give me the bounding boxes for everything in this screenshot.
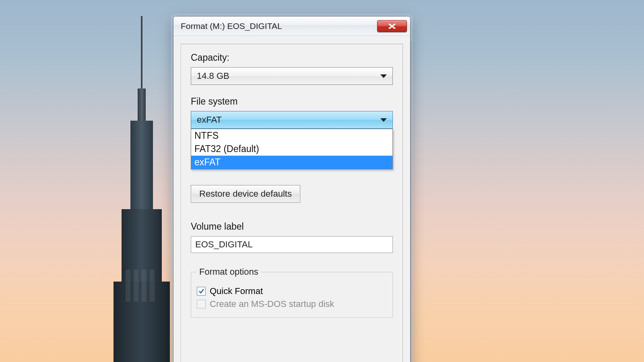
- format-dialog: Format (M:) EOS_DIGITAL Capacity: 14.8 G…: [173, 16, 411, 362]
- capacity-label: Capacity:: [191, 52, 393, 63]
- quick-format-label: Quick Format: [210, 286, 263, 296]
- restore-defaults-button[interactable]: Restore device defaults: [191, 185, 300, 203]
- chevron-down-icon: [380, 118, 387, 122]
- quick-format-checkbox[interactable]: [197, 287, 206, 296]
- filesystem-dropdown[interactable]: exFAT NTFS FAT32 (Default) exFAT: [191, 111, 393, 129]
- filesystem-label: File system: [191, 96, 393, 107]
- format-options-group: Format options Quick Format Create an MS…: [191, 267, 393, 318]
- dialog-body: Capacity: 14.8 GB File system exFAT NTFS…: [173, 36, 410, 362]
- wallpaper-building: [109, 101, 174, 362]
- desktop-wallpaper: Format (M:) EOS_DIGITAL Capacity: 14.8 G…: [0, 0, 644, 362]
- volume-label-label: Volume label: [191, 221, 393, 232]
- chevron-down-icon: [380, 74, 387, 78]
- filesystem-option-ntfs[interactable]: NTFS: [191, 129, 392, 142]
- dialog-title: Format (M:) EOS_DIGITAL: [181, 21, 282, 31]
- filesystem-option-fat32[interactable]: FAT32 (Default): [191, 142, 392, 156]
- msdos-label: Create an MS-DOS startup disk: [210, 299, 334, 309]
- close-icon: [388, 23, 396, 29]
- quick-format-row[interactable]: Quick Format: [197, 286, 387, 296]
- checkmark-icon: [198, 288, 204, 294]
- filesystem-option-exfat[interactable]: exFAT: [191, 156, 392, 169]
- close-button[interactable]: [377, 20, 407, 32]
- filesystem-dropdown-list[interactable]: NTFS FAT32 (Default) exFAT: [191, 129, 393, 169]
- titlebar[interactable]: Format (M:) EOS_DIGITAL: [173, 16, 410, 36]
- capacity-dropdown[interactable]: 14.8 GB: [191, 67, 393, 85]
- msdos-row: Create an MS-DOS startup disk: [197, 299, 387, 309]
- msdos-checkbox: [197, 300, 206, 309]
- capacity-value: 14.8 GB: [197, 71, 229, 81]
- dialog-inner-panel: Capacity: 14.8 GB File system exFAT NTFS…: [181, 44, 403, 362]
- volume-label-input[interactable]: [191, 236, 393, 253]
- filesystem-value: exFAT: [197, 115, 222, 125]
- format-options-legend: Format options: [197, 267, 261, 277]
